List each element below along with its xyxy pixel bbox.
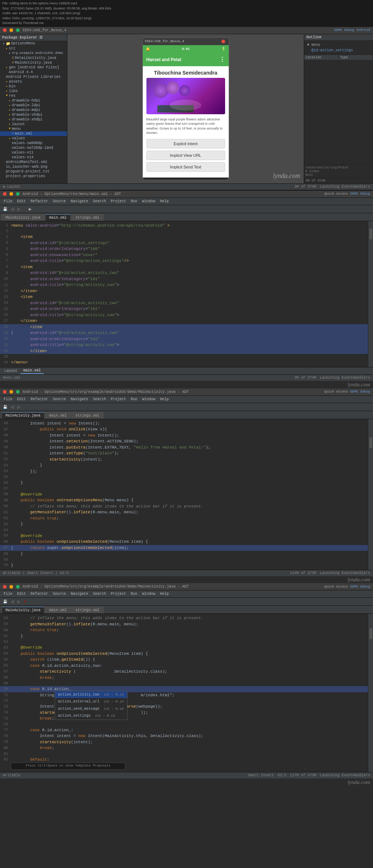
debug-tab[interactable]: Debug <box>344 28 354 32</box>
xml-code-area[interactable]: 1 <menu xmlns:android="http://schemas.an… <box>0 221 368 367</box>
j1-menu-navigate[interactable]: Navigate <box>68 397 90 402</box>
tree-item-drawable-ldpi[interactable]: ▸ drawable-ldpi <box>0 103 67 108</box>
android-tab[interactable]: Android <box>356 28 370 32</box>
tree-item-values-sw600[interactable]: values-sw600dp <box>0 141 67 146</box>
j1-tab-strings[interactable]: strings.xml <box>71 412 103 419</box>
tree-item-android44[interactable]: Android 4.4 <box>0 70 67 75</box>
j2-menu-source[interactable]: Source <box>51 592 68 596</box>
j2-menu-run[interactable]: Run <box>129 592 140 596</box>
j2-menu-refactor[interactable]: Refactor <box>28 592 50 596</box>
tree-item-libs[interactable]: ▸ libs <box>0 89 67 93</box>
overflow-menu-icon[interactable]: ⋮ <box>219 56 225 63</box>
tree-item-mainactivity[interactable]: J MainActivity.java <box>0 60 67 65</box>
tree-item-androidmanifest[interactable]: androidManifest.xml <box>0 160 67 164</box>
j2-menu-navigate[interactable]: Navigate <box>68 592 90 596</box>
tree-item-gen[interactable]: ▸ gen [Android Gen Files] <box>0 65 67 70</box>
tree-item-detailactivity[interactable]: J DetailActivity.java <box>0 56 67 60</box>
menu-source[interactable]: Source <box>51 199 68 204</box>
scroll-thumb[interactable] <box>369 228 372 239</box>
close-button[interactable] <box>3 28 7 32</box>
menu-search[interactable]: Search <box>91 199 108 204</box>
j1-save-btn[interactable]: 💾 <box>1 405 9 409</box>
tree-item-optionsmenu[interactable]: ▸ 📁 OptionsMenu <box>0 41 67 46</box>
j2-menu-help[interactable]: Help <box>158 592 171 596</box>
tab-strings-xml[interactable]: strings.xml <box>71 214 103 221</box>
autocomplete-item-3[interactable]: action_settings int - R.id <box>55 712 127 720</box>
j2-menu-search[interactable]: Search <box>91 592 108 596</box>
j1-menu-refactor[interactable]: Refactor <box>28 397 50 402</box>
j2-tab-strings[interactable]: strings.xml <box>71 607 103 613</box>
autocomplete-item-1[interactable]: action_external_url int - R.id <box>55 698 127 705</box>
autocomplete-popup[interactable]: action_activity_two int - R.id action_ex… <box>55 691 127 720</box>
emulator-close-btn[interactable] <box>221 40 225 43</box>
tree-item-res[interactable]: ▼ res <box>0 93 67 98</box>
tree-item-drawable-mdpi[interactable]: ▸ drawable-mdpi <box>0 108 67 112</box>
close-btn[interactable] <box>3 192 7 196</box>
implicit-view-url-btn[interactable]: Implicit View URL <box>146 151 225 160</box>
j2-menu-file[interactable]: File <box>1 592 15 596</box>
menu-project[interactable]: Project <box>109 199 128 204</box>
ddms-tab[interactable]: DDMS <box>334 28 342 32</box>
tree-item-bin[interactable]: ▸ bin <box>0 84 67 89</box>
j1-menu-project[interactable]: Project <box>109 397 128 402</box>
menu-navigate[interactable]: Navigate <box>68 199 90 204</box>
j1-tab-mainxml[interactable]: main.xml <box>45 412 71 419</box>
debug-btn-2[interactable]: Debug <box>360 390 370 394</box>
tree-item-assets[interactable]: ▸ assets <box>0 79 67 84</box>
j2-back-btn[interactable]: ◁ <box>9 599 15 604</box>
menu-edit[interactable]: Edit <box>15 199 28 204</box>
explicit-intent-btn[interactable]: Explicit Intent <box>146 139 225 148</box>
bottom-tab-layout[interactable]: Layout <box>1 368 20 374</box>
max-btn-3[interactable] <box>16 585 20 589</box>
tree-item-values-v11[interactable]: values-v11 <box>0 150 67 155</box>
autocomplete-item-2[interactable]: action_send_message int - R.id <box>55 705 127 713</box>
menu-help[interactable]: Help <box>158 199 171 204</box>
tree-item-src[interactable]: ▸ src <box>0 46 67 51</box>
outline-item-menu[interactable]: ▼ menu <box>306 42 372 48</box>
j2-menu-project[interactable]: Project <box>109 592 128 596</box>
menu-file[interactable]: File <box>1 199 15 204</box>
toolbar-save[interactable]: 💾 <box>1 207 9 211</box>
java2-scroll-thumb[interactable] <box>369 628 372 639</box>
ddms-btn[interactable]: DDMS <box>350 192 358 196</box>
j2-fwd-btn[interactable]: ▷ <box>16 599 22 604</box>
min-btn[interactable] <box>9 390 13 394</box>
j1-menu-edit[interactable]: Edit <box>15 397 28 402</box>
toolbar-back[interactable]: ◁ <box>9 207 15 211</box>
j1-menu-source[interactable]: Source <box>51 397 68 402</box>
quick-access-2[interactable]: Quick Access <box>325 390 348 394</box>
tree-item-values[interactable]: ▸ values <box>0 136 67 141</box>
quick-access[interactable]: Quick Access <box>325 192 348 196</box>
debug-btn[interactable]: Debug <box>360 192 370 196</box>
java1-code-area[interactable]: 46 Intent intent = new Intent(); 47 publ… <box>0 419 368 570</box>
j2-tab-mainactivity[interactable]: MainAcivity.java <box>1 607 44 613</box>
minimize-button[interactable] <box>9 28 13 32</box>
tree-item-ic-launcher[interactable]: ic_launcher-web.png <box>0 164 67 169</box>
java2-code-area[interactable]: 58 // inflate the menu; this adds items … <box>0 614 368 772</box>
j1-menu-help[interactable]: Help <box>158 397 171 402</box>
j1-menu-run[interactable]: Run <box>129 397 140 402</box>
tree-item-project-props[interactable]: project.properties <box>0 174 67 179</box>
tree-item-private-libs[interactable]: Android Private Libraries <box>0 75 67 79</box>
j1-back-btn[interactable]: ◁ <box>9 405 15 409</box>
j1-menu-window[interactable]: Window <box>140 397 157 402</box>
ddms-btn-2[interactable]: DDMS <box>350 390 358 394</box>
tree-item-drawable-xhdpi[interactable]: ▸ drawable-xhdpi <box>0 117 67 122</box>
java2-scrollbar[interactable] <box>368 614 373 772</box>
tree-item-values-v14[interactable]: values-v14 <box>0 155 67 160</box>
max-btn[interactable] <box>16 192 20 196</box>
j1-fwd-btn[interactable]: ▷ <box>16 405 22 409</box>
j2-menu-edit[interactable]: Edit <box>15 592 28 596</box>
autocomplete-item-0[interactable]: action_activity_two int - R.id <box>55 691 127 698</box>
java1-scrollbar[interactable] <box>368 419 373 570</box>
tree-item-package[interactable]: ▸ org.example.androidsk.demo <box>0 51 67 56</box>
java1-scroll-thumb[interactable] <box>369 437 372 448</box>
close-btn-3[interactable] <box>3 585 7 589</box>
debug-btn-3[interactable]: Debug <box>360 585 370 589</box>
menu-refactor[interactable]: Refactor <box>28 199 50 204</box>
outline-item-id[interactable]: @id:action_settings <box>306 48 372 53</box>
tab-main-xml[interactable]: main.xml <box>45 214 71 221</box>
maximize-button[interactable] <box>16 28 20 32</box>
tree-item-proguard[interactable]: proguard-project.txt <box>0 169 67 174</box>
min-btn-3[interactable] <box>9 585 13 589</box>
